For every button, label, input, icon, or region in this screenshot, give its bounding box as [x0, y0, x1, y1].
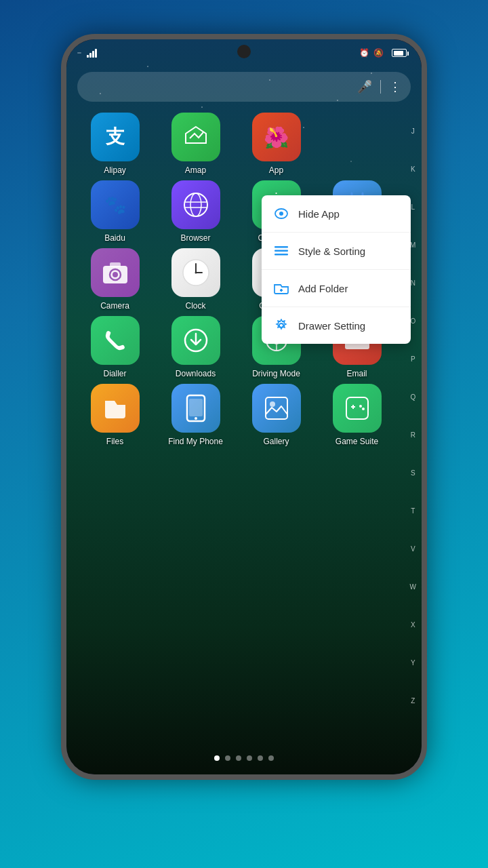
- alpha-n[interactable]: N: [411, 280, 415, 287]
- alpha-w[interactable]: W: [410, 584, 416, 591]
- app-label-files: Files: [106, 437, 123, 446]
- svg-point-41: [362, 408, 365, 410]
- alpha-v[interactable]: V: [411, 546, 415, 553]
- alpha-k[interactable]: K: [411, 166, 415, 173]
- app-findmyphone[interactable]: Find My Phone: [158, 384, 233, 446]
- app-label-app: App: [269, 165, 283, 175]
- app-label-clock: Clock: [185, 301, 205, 311]
- svg-point-36: [270, 401, 275, 407]
- page-dot-5[interactable]: [268, 755, 274, 761]
- alpha-t[interactable]: T: [411, 508, 415, 515]
- menu-item-hide-app[interactable]: Hide App: [262, 195, 411, 233]
- app-icon-clock: [171, 248, 220, 297]
- svg-rect-33: [189, 399, 203, 416]
- app-gamesuite[interactable]: Game Suite: [319, 384, 394, 446]
- menu-icon-add-folder: [274, 281, 289, 296]
- app-icon-findmyphone: [171, 384, 220, 433]
- more-options-icon[interactable]: ⋮: [389, 79, 401, 94]
- svg-point-1: [184, 193, 207, 216]
- alpha-y[interactable]: Y: [411, 660, 415, 667]
- app-label-alipay: Alipay: [104, 165, 126, 175]
- mute-icon: 🔕: [373, 48, 384, 58]
- alpha-r[interactable]: R: [411, 432, 415, 439]
- page-dot-3[interactable]: [247, 755, 252, 761]
- svg-point-40: [359, 405, 362, 408]
- app-icon-browser: [171, 180, 220, 229]
- app-icon-camera: [91, 248, 140, 297]
- app-gallery[interactable]: Gallery: [239, 384, 314, 446]
- app-files[interactable]: Files: [77, 384, 152, 446]
- svg-rect-45: [274, 250, 288, 252]
- alpha-s[interactable]: S: [411, 470, 415, 477]
- app-icon-downloads: [171, 316, 220, 365]
- mic-icon[interactable]: 🎤: [357, 79, 372, 94]
- menu-label-hide-app: Hide App: [298, 208, 340, 220]
- alpha-p[interactable]: P: [411, 356, 415, 363]
- svg-point-43: [279, 212, 283, 216]
- app-label-gamesuite: Game Suite: [336, 437, 378, 446]
- context-menu: Hide App Style & Sorting Add Folder Draw…: [262, 195, 411, 344]
- app-label-email: Email: [346, 369, 367, 378]
- app-baidu[interactable]: 🐾 Baidu: [77, 180, 152, 243]
- svg-rect-35: [266, 397, 287, 419]
- svg-rect-39: [352, 405, 354, 409]
- svg-rect-14: [110, 262, 121, 267]
- app-icon-amap: [171, 113, 220, 161]
- app-camera[interactable]: Camera: [77, 248, 152, 311]
- app-icon-app: 🌺: [252, 113, 301, 161]
- hd-badge: [77, 52, 81, 54]
- app-empty: [319, 113, 394, 175]
- app-label-amap: Amap: [185, 165, 206, 175]
- app-downloads[interactable]: Downloads: [158, 316, 233, 378]
- app-label-findmyphone: Find My Phone: [168, 437, 223, 446]
- menu-item-add-folder[interactable]: Add Folder: [262, 270, 411, 307]
- app-clock[interactable]: Clock: [158, 248, 233, 311]
- page-dot-4[interactable]: [258, 755, 263, 761]
- app-icon-baidu: 🐾: [91, 180, 140, 229]
- menu-icon-drawer-setting: [274, 318, 289, 333]
- app-dialler[interactable]: Dialler: [77, 316, 152, 378]
- battery-icon: [392, 49, 407, 57]
- app-icon-dialler: [91, 316, 140, 365]
- phone-screen: ⏰ 🔕 🎤 ⋮ 支 Alipay Am: [66, 39, 422, 774]
- app-label-downloads: Downloads: [176, 369, 216, 378]
- page-dot-0[interactable]: [214, 755, 220, 761]
- menu-label-drawer-setting: Drawer Setting: [298, 320, 365, 332]
- app-label-dialler: Dialler: [103, 369, 126, 378]
- app-label-driving: Driving Mode: [252, 369, 300, 378]
- app-alipay[interactable]: 支 Alipay: [77, 113, 152, 175]
- svg-rect-37: [346, 397, 368, 419]
- app-label-camera: Camera: [100, 301, 129, 311]
- signal-bars: [87, 49, 97, 58]
- app-icon-gallery: [252, 384, 301, 433]
- app-label-baidu: Baidu: [104, 233, 125, 243]
- menu-item-drawer-setting[interactable]: Drawer Setting: [262, 307, 411, 344]
- svg-point-13: [113, 272, 118, 277]
- app-label-gallery: Gallery: [263, 437, 289, 446]
- menu-item-style-sorting[interactable]: Style & Sorting: [262, 233, 411, 270]
- svg-point-2: [190, 193, 201, 216]
- alpha-m[interactable]: M: [410, 242, 415, 249]
- phone-frame: ⏰ 🔕 🎤 ⋮ 支 Alipay Am: [61, 34, 427, 780]
- status-bar: ⏰ 🔕: [66, 39, 422, 66]
- alpha-z[interactable]: Z: [411, 698, 415, 705]
- page-dots: [66, 755, 422, 761]
- menu-label-add-folder: Add Folder: [298, 283, 348, 294]
- search-bar[interactable]: 🎤 ⋮: [77, 72, 411, 102]
- svg-rect-44: [274, 246, 288, 248]
- app-icon-gamesuite: [333, 384, 382, 433]
- app-amap[interactable]: Amap: [158, 113, 233, 175]
- app-app[interactable]: 🌺 App: [239, 113, 314, 175]
- page-dot-1[interactable]: [225, 755, 230, 761]
- alpha-x[interactable]: X: [411, 622, 415, 629]
- app-label-browser: Browser: [180, 233, 210, 243]
- app-icon-files: [91, 384, 140, 433]
- alpha-l[interactable]: L: [411, 204, 415, 211]
- alpha-o[interactable]: O: [410, 318, 415, 325]
- svg-point-34: [195, 417, 197, 420]
- app-browser[interactable]: Browser: [158, 180, 233, 243]
- alpha-j[interactable]: J: [411, 128, 415, 135]
- alpha-q[interactable]: Q: [410, 394, 415, 401]
- app-icon-alipay: 支: [91, 113, 140, 161]
- page-dot-2[interactable]: [236, 755, 241, 761]
